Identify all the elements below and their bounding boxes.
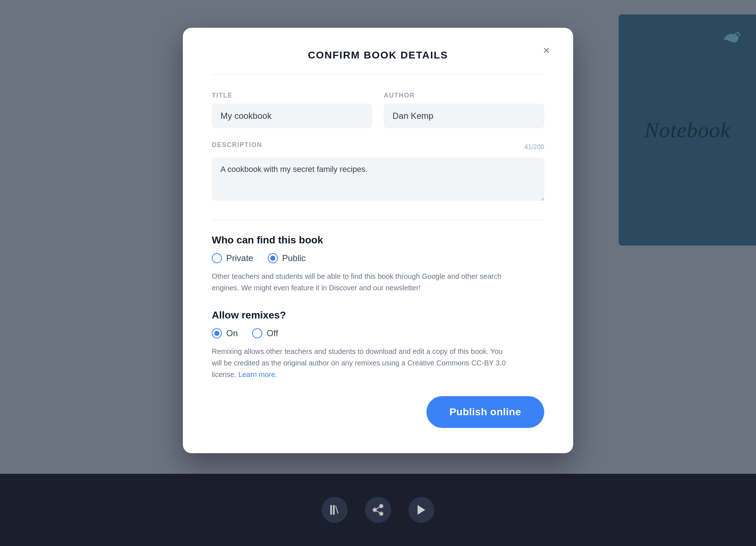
title-group: TITLE	[212, 92, 372, 128]
author-input[interactable]	[384, 104, 544, 128]
remixes-heading: Allow remixes?	[212, 309, 544, 321]
visibility-section: Who can find this book Private Public Ot…	[212, 234, 544, 294]
on-label: On	[226, 328, 238, 338]
title-input[interactable]	[212, 104, 372, 128]
remixes-section: Allow remixes? On Off Remixing allows ot…	[212, 309, 544, 380]
description-header: DESCRIPTION 41/200	[212, 141, 544, 153]
private-option[interactable]: Private	[212, 253, 253, 263]
title-author-row: TITLE AUTHOR	[212, 92, 544, 128]
close-button[interactable]: ×	[537, 41, 556, 60]
public-label: Public	[282, 253, 306, 263]
modal-footer: Publish online	[212, 396, 544, 428]
modal-header: CONFIRM BOOK DETAILS	[212, 49, 544, 74]
modal-backdrop: CONFIRM BOOK DETAILS × TITLE AUTHOR DESC…	[0, 0, 756, 546]
public-option[interactable]: Public	[268, 253, 306, 263]
description-label: DESCRIPTION	[212, 141, 262, 149]
visibility-radio-group: Private Public	[212, 253, 544, 263]
author-label: AUTHOR	[384, 92, 544, 99]
description-group: DESCRIPTION 41/200 A cookbook with my se…	[212, 141, 544, 202]
private-radio[interactable]	[212, 253, 222, 263]
off-option[interactable]: Off	[252, 328, 278, 338]
char-count: 41/200	[524, 143, 544, 151]
publish-button[interactable]: Publish online	[426, 396, 544, 428]
description-textarea[interactable]: A cookbook with my secret family recipes…	[212, 157, 544, 201]
learn-more-link[interactable]: Learn more.	[238, 370, 277, 378]
confirm-book-modal: CONFIRM BOOK DETAILS × TITLE AUTHOR DESC…	[183, 28, 573, 453]
modal-title: CONFIRM BOOK DETAILS	[308, 49, 448, 61]
remixes-radio-group: On Off	[212, 328, 544, 338]
public-radio[interactable]	[268, 253, 278, 263]
visibility-heading: Who can find this book	[212, 234, 544, 246]
remixes-description: Remixing allows other teachers and stude…	[212, 346, 508, 380]
divider	[212, 220, 544, 220]
title-label: TITLE	[212, 92, 372, 99]
off-radio[interactable]	[252, 328, 262, 338]
private-label: Private	[226, 253, 253, 263]
on-option[interactable]: On	[212, 328, 238, 338]
author-group: AUTHOR	[384, 92, 544, 128]
on-radio[interactable]	[212, 328, 222, 338]
visibility-description: Other teachers and students will be able…	[212, 270, 508, 294]
off-label: Off	[267, 328, 278, 338]
